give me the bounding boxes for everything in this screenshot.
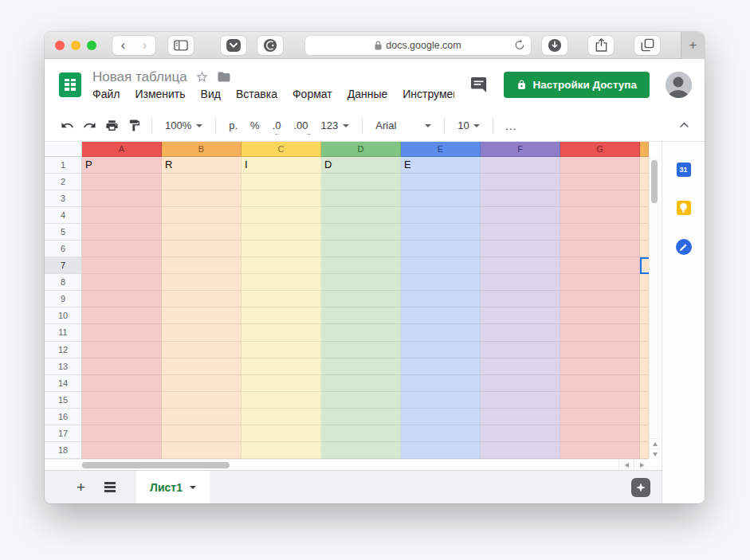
column-header-A[interactable]: A: [82, 142, 162, 157]
cell-H2[interactable]: [640, 174, 649, 190]
forward-button[interactable]: ›: [134, 37, 155, 54]
cell-A1[interactable]: P: [82, 157, 162, 174]
cell-C14[interactable]: [241, 375, 321, 392]
horizontal-scroll-thumb[interactable]: [82, 462, 230, 468]
cell-E15[interactable]: [401, 392, 481, 409]
cell-B7[interactable]: [162, 257, 241, 274]
cell-F9[interactable]: [481, 291, 560, 307]
column-header-C[interactable]: C: [241, 142, 321, 157]
reload-button[interactable]: [514, 39, 525, 54]
new-tab-button[interactable]: +: [681, 32, 705, 59]
cell-A4[interactable]: [82, 207, 162, 224]
row-header-12[interactable]: 12: [45, 342, 82, 358]
cell-C18[interactable]: [241, 442, 321, 459]
pocket-extension-button[interactable]: [221, 36, 246, 55]
comment-icon[interactable]: [470, 76, 488, 93]
cell-B10[interactable]: [162, 307, 241, 324]
cell-B2[interactable]: [162, 174, 241, 190]
menu-data[interactable]: Данные: [348, 88, 388, 100]
close-button[interactable]: [55, 41, 65, 50]
cell-D12[interactable]: [321, 342, 401, 358]
cell-C3[interactable]: [241, 190, 321, 207]
all-sheets-button[interactable]: [104, 482, 116, 492]
cell-A18[interactable]: [82, 442, 162, 459]
cell-B4[interactable]: [162, 207, 241, 224]
cell-F1[interactable]: [481, 157, 560, 174]
cell-B16[interactable]: [162, 409, 241, 425]
cell-F11[interactable]: [481, 324, 560, 341]
explore-button[interactable]: [631, 478, 650, 497]
cell-A16[interactable]: [82, 409, 162, 425]
cell-A15[interactable]: [82, 392, 162, 409]
cell-G1[interactable]: [560, 157, 640, 174]
cell-A2[interactable]: [82, 174, 162, 190]
move-folder-icon[interactable]: [217, 71, 231, 83]
column-header-B[interactable]: B: [162, 142, 241, 157]
increase-decimal-button[interactable]: .00 →: [288, 119, 315, 131]
decrease-decimal-button[interactable]: .0 ←: [266, 119, 288, 131]
cell-H5[interactable]: [640, 224, 649, 241]
tab-overview-button[interactable]: [634, 36, 660, 55]
cell-E10[interactable]: [401, 307, 481, 324]
cell-G14[interactable]: [560, 375, 640, 392]
cell-B11[interactable]: [162, 324, 241, 341]
cell-G10[interactable]: [560, 307, 640, 324]
currency-format-button[interactable]: р.: [222, 119, 244, 131]
cell-C6[interactable]: [241, 241, 321, 257]
row-header-14[interactable]: 14: [45, 375, 82, 392]
cell-G7[interactable]: [560, 257, 640, 274]
row-header-17[interactable]: 17: [45, 425, 82, 442]
row-header-18[interactable]: 18: [45, 442, 82, 459]
horizontal-scrollbar[interactable]: [45, 459, 649, 470]
row-header-5[interactable]: 5: [45, 224, 82, 241]
vertical-scrollbar[interactable]: [649, 157, 659, 459]
cell-B1[interactable]: R: [162, 157, 241, 174]
font-size-select[interactable]: 10: [451, 119, 486, 131]
cell-B6[interactable]: [162, 241, 241, 257]
downloads-button[interactable]: [542, 36, 567, 55]
add-sheet-button[interactable]: +: [77, 479, 85, 496]
paint-format-button[interactable]: [123, 119, 145, 132]
cell-A13[interactable]: [82, 358, 162, 375]
cell-D6[interactable]: [321, 241, 401, 257]
cell-A9[interactable]: [82, 291, 162, 307]
cell-B14[interactable]: [162, 375, 241, 392]
cell-B17[interactable]: [162, 425, 241, 442]
cell-C17[interactable]: [241, 425, 321, 442]
row-header-4[interactable]: 4: [45, 207, 82, 224]
cell-G12[interactable]: [560, 342, 640, 358]
cell-A10[interactable]: [82, 307, 162, 324]
tasks-icon[interactable]: [676, 239, 692, 255]
scroll-right-button[interactable]: [634, 460, 649, 470]
row-header-7[interactable]: 7: [45, 257, 82, 274]
cell-D13[interactable]: [321, 358, 401, 375]
print-button[interactable]: [100, 119, 123, 132]
cell-C11[interactable]: [241, 324, 321, 341]
cell-E13[interactable]: [401, 358, 481, 375]
row-header-1[interactable]: 1: [45, 157, 82, 174]
menu-file[interactable]: Файл: [92, 88, 120, 100]
star-icon[interactable]: [195, 70, 209, 84]
zoom-select[interactable]: 100%: [159, 119, 209, 131]
scroll-left-button[interactable]: [618, 460, 634, 470]
cell-H8[interactable]: [640, 274, 649, 291]
column-header-E[interactable]: E: [401, 142, 481, 157]
cell-A12[interactable]: [82, 342, 162, 358]
cell-D11[interactable]: [321, 324, 401, 341]
cell-E18[interactable]: [401, 442, 481, 459]
cell-C9[interactable]: [241, 291, 321, 307]
cell-A6[interactable]: [82, 241, 162, 257]
cell-E1[interactable]: E: [401, 157, 481, 174]
row-header-6[interactable]: 6: [45, 241, 82, 257]
cell-C7[interactable]: [241, 257, 321, 274]
cell-D5[interactable]: [321, 224, 401, 241]
cell-D7[interactable]: [321, 257, 401, 274]
cell-E8[interactable]: [401, 274, 481, 291]
cell-D4[interactable]: [321, 207, 401, 224]
cell-E5[interactable]: [401, 224, 481, 241]
cell-G2[interactable]: [560, 174, 640, 190]
cell-G9[interactable]: [560, 291, 640, 307]
cell-G11[interactable]: [560, 324, 640, 341]
cell-F6[interactable]: [481, 241, 560, 257]
cell-G4[interactable]: [560, 207, 640, 224]
